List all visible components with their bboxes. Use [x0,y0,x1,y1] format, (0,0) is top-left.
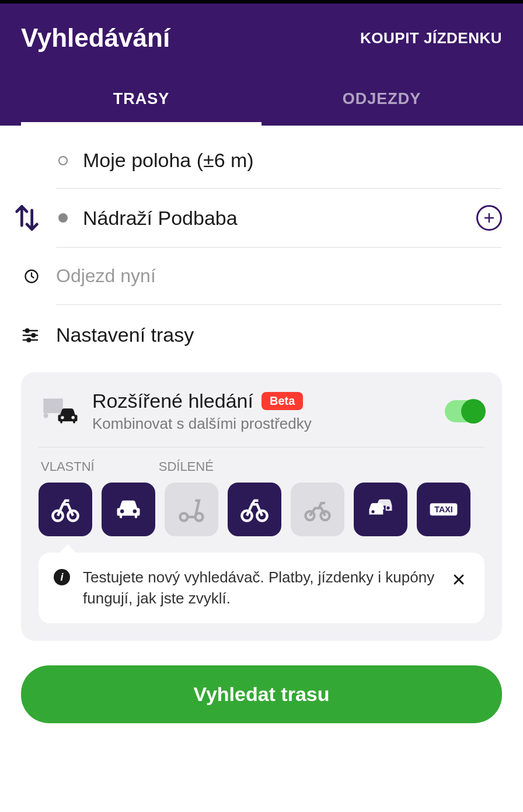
close-icon [451,571,467,588]
from-row[interactable]: Moje poloha (±6 m) [56,126,502,189]
car-icon [113,494,144,525]
time-row[interactable]: Odjezd nyní [56,248,502,305]
bike-icon [239,494,270,525]
mode-own-car[interactable] [102,483,155,536]
svg-point-2 [32,334,35,336]
destination-marker-icon [58,213,68,223]
svg-point-8 [242,511,252,520]
plus-icon [482,211,496,225]
mode-shared-scooter[interactable] [165,483,218,536]
beta-note: i Testujete nový vyhledávač. Platby, jíz… [39,553,484,623]
card-subtitle: Kombinovat s dalšími prostředky [92,415,433,433]
card-title: Rozšířené hledání [92,390,253,412]
route-settings-label: Nastavení trasy [56,324,194,346]
beta-badge: Beta [262,392,303,410]
label-shared: SDÍLENÉ [159,459,214,474]
time-field: Odjezd nyní [56,265,156,287]
tab-routes[interactable]: TRASY [21,76,262,126]
note-text: Testujete nový vyhledávač. Platby, jízde… [83,567,435,609]
svg-point-6 [180,513,188,521]
from-field: Moje poloha (±6 m) [83,149,502,172]
extended-search-card: Rozšířené hledání Beta Kombinovat s dalš… [21,372,502,641]
route-settings-row[interactable]: Nastavení trasy [21,305,502,360]
svg-point-5 [68,511,78,520]
add-via-button[interactable] [476,205,502,231]
origin-marker-icon [58,156,68,165]
sliders-icon [21,326,40,345]
close-note-button[interactable] [448,569,469,592]
mode-row: TAXI [39,483,484,536]
scooter-icon [176,494,207,525]
transport-combo-icon [39,394,81,429]
mode-shared-bike[interactable] [228,483,281,536]
buy-ticket-button[interactable]: KOUPIT JÍZDENKU [360,29,502,47]
motorbike-icon [302,494,333,525]
clock-icon [23,268,40,284]
carshare-icon [365,494,396,525]
svg-point-9 [257,511,267,520]
svg-point-3 [27,338,30,341]
svg-text:TAXI: TAXI [434,505,453,514]
tab-departures[interactable]: ODJEZDY [262,76,502,126]
svg-point-1 [26,329,29,332]
svg-point-4 [53,511,62,520]
search-route-button[interactable]: Vyhledat trasu [21,665,502,723]
bike-icon [50,494,81,525]
to-row[interactable]: Nádraží Podbaba [56,189,502,248]
extended-search-toggle[interactable] [445,400,484,422]
label-own: VLASTNÍ [41,459,95,474]
mode-shared-motorbike[interactable] [291,483,344,536]
mode-shared-car[interactable] [354,483,407,536]
tab-bar: TRASY ODJEZDY [21,76,502,126]
mode-own-bike[interactable] [39,483,92,536]
page-title: Vyhledávání [21,23,170,53]
swap-icon [12,203,42,233]
toggle-knob [461,399,486,424]
svg-point-11 [320,511,329,520]
taxi-icon: TAXI [428,494,459,525]
app-header: Vyhledávání KOUPIT JÍZDENKU TRASY ODJEZD… [0,4,523,126]
mode-taxi[interactable]: TAXI [417,483,470,536]
to-field: Nádraží Podbaba [83,207,476,230]
swap-button[interactable] [11,202,43,234]
info-icon: i [54,569,70,585]
